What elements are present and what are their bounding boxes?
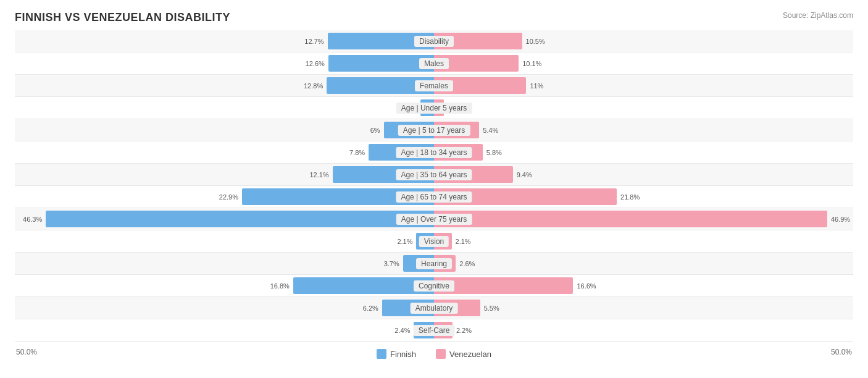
right-bar-container xyxy=(434,211,827,227)
bar-inner: Cognitive 16.8% 16.6% xyxy=(15,275,853,296)
bar-inner: Age | Under 5 years 1.6% 1.2% xyxy=(15,97,853,119)
left-value-2: 12.8% xyxy=(304,82,323,90)
left-value-11: 16.8% xyxy=(270,282,290,290)
left-value-12: 6.2% xyxy=(363,304,378,312)
right-value-12: 5.5% xyxy=(484,304,499,312)
bar-inner: Age | 18 to 34 years 7.8% 5.8% xyxy=(15,141,853,163)
bar-row: Age | 65 to 74 years 22.9% 21.8% xyxy=(15,186,853,208)
left-value-8: 46.3% xyxy=(23,216,42,223)
center-label-12: Ambulatory xyxy=(411,303,458,314)
bar-inner: Vision 2.1% 2.1% xyxy=(15,230,853,252)
right-value-5: 5.8% xyxy=(486,149,502,156)
chart-container: FINNISH VS VENEZUELAN DISABILITY Source:… xyxy=(0,0,868,370)
footer-left-value: 50.0% xyxy=(16,348,37,356)
source-text: Source: ZipAtlas.com xyxy=(783,11,853,20)
right-value-1: 10.1% xyxy=(522,60,541,67)
legend-label-finnish: Finnish xyxy=(390,350,416,359)
legend-item-venezuelan: Venezuelan xyxy=(436,349,491,359)
right-bar-container xyxy=(434,277,573,294)
right-value-9: 2.1% xyxy=(456,238,471,245)
legend-box-venezuelan xyxy=(436,349,446,359)
bar-pink-8 xyxy=(434,211,827,227)
center-label-11: Cognitive xyxy=(414,280,454,292)
left-bar-container xyxy=(46,211,434,227)
center-label-2: Females xyxy=(415,80,453,91)
bar-row: Vision 2.1% 2.1% xyxy=(15,230,853,253)
left-value-13: 2.4% xyxy=(394,327,410,334)
center-label-4: Age | 5 to 17 years xyxy=(398,125,470,136)
chart-footer: 50.0% Finnish Venezuelan 50.0% xyxy=(15,345,853,359)
center-label-5: Age | 18 to 34 years xyxy=(396,147,472,158)
left-value-7: 22.9% xyxy=(219,193,238,201)
left-value-0: 12.7% xyxy=(304,38,323,45)
bar-row: Age | Under 5 years 1.6% 1.2% xyxy=(15,97,853,119)
right-value-8: 46.9% xyxy=(831,216,850,223)
left-value-9: 2.1% xyxy=(397,238,412,245)
bar-row: Disability 12.7% 10.5% xyxy=(15,30,853,52)
bar-inner: Age | 65 to 74 years 22.9% 21.8% xyxy=(15,186,853,208)
center-label-7: Age | 65 to 74 years xyxy=(396,191,472,203)
center-label-10: Hearing xyxy=(416,258,452,269)
bar-row: Age | Over 75 years 46.3% 46.9% xyxy=(15,208,853,230)
center-label-1: Males xyxy=(419,58,449,69)
bar-inner: Age | Over 75 years 46.3% 46.9% xyxy=(15,208,853,230)
right-value-13: 2.2% xyxy=(456,327,472,334)
left-bar-container xyxy=(328,55,434,72)
bar-blue-8 xyxy=(46,211,434,227)
left-value-10: 3.7% xyxy=(384,260,399,267)
bar-blue-1 xyxy=(328,55,434,72)
bar-row: Cognitive 16.8% 16.6% xyxy=(15,275,853,297)
bar-inner: Males 12.6% 10.1% xyxy=(15,52,853,74)
legend-item-finnish: Finnish xyxy=(377,349,416,359)
legend: Finnish Venezuelan xyxy=(377,349,491,359)
left-value-6: 12.1% xyxy=(309,171,328,178)
bar-row: Age | 35 to 64 years 12.1% 9.4% xyxy=(15,164,853,186)
bar-inner: Hearing 3.7% 2.6% xyxy=(15,253,853,274)
left-value-4: 6% xyxy=(370,127,380,134)
center-label-6: Age | 35 to 64 years xyxy=(396,169,472,180)
bar-row: Self-Care 2.4% 2.2% xyxy=(15,319,853,342)
center-label-9: Vision xyxy=(419,236,449,247)
bar-inner: Disability 12.7% 10.5% xyxy=(15,30,853,52)
left-value-5: 7.8% xyxy=(349,149,365,156)
bar-row: Females 12.8% 11% xyxy=(15,75,853,97)
bar-inner: Females 12.8% 11% xyxy=(15,75,853,96)
bar-row: Males 12.6% 10.1% xyxy=(15,52,853,75)
bar-inner: Age | 5 to 17 years 6% 5.4% xyxy=(15,119,853,141)
right-value-4: 5.4% xyxy=(483,127,498,134)
bar-row: Age | 18 to 34 years 7.8% 5.8% xyxy=(15,141,853,164)
right-value-11: 16.6% xyxy=(577,282,596,290)
chart-area: Disability 12.7% 10.5% Males 12.6% 10.1% xyxy=(15,30,853,342)
left-value-1: 12.6% xyxy=(306,60,325,67)
bar-inner: Self-Care 2.4% 2.2% xyxy=(15,319,853,341)
right-value-10: 2.6% xyxy=(459,260,475,267)
bar-inner: Ambulatory 6.2% 5.5% xyxy=(15,297,853,319)
right-value-7: 21.8% xyxy=(620,193,640,201)
chart-title: FINNISH VS VENEZUELAN DISABILITY xyxy=(15,11,853,24)
legend-box-finnish xyxy=(377,349,386,359)
right-value-2: 11% xyxy=(530,82,543,90)
bar-row: Age | 5 to 17 years 6% 5.4% xyxy=(15,119,853,141)
left-bar-container xyxy=(293,277,434,294)
legend-label-venezuelan: Venezuelan xyxy=(449,350,491,359)
bar-inner: Age | 35 to 64 years 12.1% 9.4% xyxy=(15,164,853,185)
center-label-8: Age | Over 75 years xyxy=(396,214,472,225)
footer-right-value: 50.0% xyxy=(831,348,852,356)
right-value-6: 9.4% xyxy=(517,171,532,178)
bar-row: Ambulatory 6.2% 5.5% xyxy=(15,297,853,319)
bar-pink-11 xyxy=(434,277,573,294)
bar-row: Hearing 3.7% 2.6% xyxy=(15,253,853,275)
bar-blue-11 xyxy=(293,277,434,294)
center-label-3: Age | Under 5 years xyxy=(396,103,472,114)
right-value-0: 10.5% xyxy=(526,38,545,45)
center-label-0: Disability xyxy=(414,36,454,47)
center-label-13: Self-Care xyxy=(414,325,455,336)
